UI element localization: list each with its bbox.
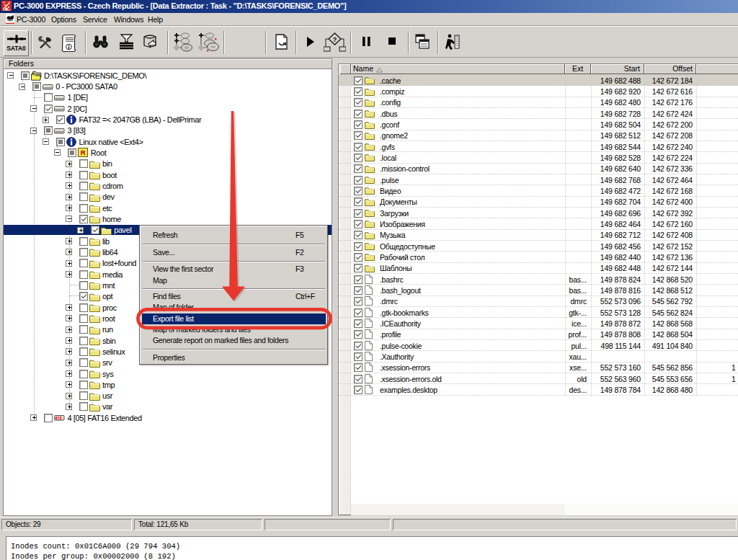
svg-text:R: R bbox=[81, 149, 86, 157]
svg-text:?: ? bbox=[333, 36, 337, 43]
svg-text:EX: EX bbox=[57, 417, 61, 420]
